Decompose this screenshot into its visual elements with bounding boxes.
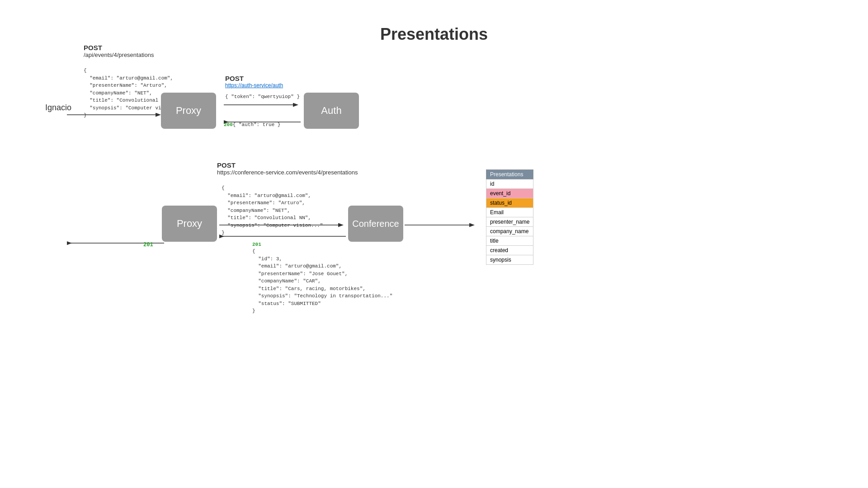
presentations-table: Presentations idevent_idstatus_idEmailpr…: [486, 169, 533, 265]
auth-post-label: POST https://auth-service/auth: [225, 75, 283, 89]
bottom-201-left: 201: [143, 242, 153, 248]
table-row-status-id: status_id: [486, 198, 533, 208]
table-row-created: created: [486, 246, 533, 255]
token-label: { "token": "qwertyuiop" }: [225, 94, 300, 99]
bottom-response-json: { "id": 3, "email": "arturo@gmail.com", …: [252, 248, 392, 315]
table-row-company-name: company_name: [486, 227, 533, 236]
top-post-label: POST /api/events/4/presentations: [84, 44, 154, 58]
proxy-to-conference-arrow: [219, 221, 346, 230]
auth-response-label: 200{ "auth": true }: [224, 122, 280, 127]
auth-box: Auth: [304, 93, 359, 129]
bottom-post-label: POST https://conference-service.com/even…: [217, 161, 358, 176]
ignacio-to-proxy-arrow: [67, 110, 164, 119]
conference-to-db-arrow: [405, 221, 477, 230]
proxy-box-top: Proxy: [161, 93, 216, 129]
table-row-presenter-name: presenter_name: [486, 217, 533, 227]
proxy-to-auth-arrow: [224, 100, 301, 109]
conference-box: Conference: [348, 206, 403, 242]
table-row-event-id: event_id: [486, 189, 533, 198]
proxy-box-bottom: Proxy: [162, 206, 217, 242]
conference-to-proxy-arrow: [219, 232, 346, 241]
page-title: Presentations: [0, 25, 868, 44]
table-header: Presentations: [486, 170, 533, 179]
table-row-synopsis: synopsis: [486, 255, 533, 265]
bottom-201-right: 201: [252, 242, 261, 247]
table-row-Email: Email: [486, 208, 533, 217]
table-row-id: id: [486, 179, 533, 189]
table-row-title: title: [486, 236, 533, 246]
